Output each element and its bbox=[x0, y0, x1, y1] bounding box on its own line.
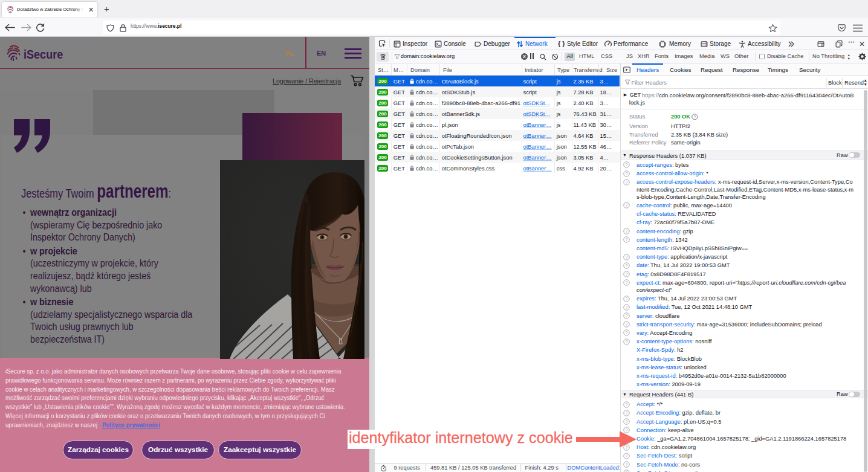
svg-text:?: ? bbox=[626, 340, 628, 344]
svg-text:?: ? bbox=[626, 203, 628, 207]
svg-text:?: ? bbox=[626, 402, 628, 407]
svg-text:?: ? bbox=[626, 263, 628, 268]
svg-text:?: ? bbox=[626, 314, 628, 318]
svg-text:?: ? bbox=[626, 419, 628, 424]
svg-text:?: ? bbox=[626, 238, 628, 242]
svg-text:?: ? bbox=[626, 322, 628, 326]
svg-text:?: ? bbox=[626, 331, 628, 335]
svg-text:?: ? bbox=[626, 229, 628, 233]
svg-text:?: ? bbox=[626, 254, 628, 259]
svg-text:?: ? bbox=[626, 171, 628, 175]
svg-text:?: ? bbox=[626, 163, 628, 167]
svg-text:?: ? bbox=[626, 280, 628, 285]
svg-text:?: ? bbox=[626, 296, 628, 300]
svg-text:?: ? bbox=[626, 411, 628, 415]
svg-text:?: ? bbox=[626, 180, 628, 184]
svg-text:?: ? bbox=[693, 114, 696, 118]
svg-text:?: ? bbox=[626, 272, 628, 276]
svg-text:?: ? bbox=[626, 462, 628, 467]
svg-text:?: ? bbox=[626, 454, 628, 458]
svg-text:?: ? bbox=[626, 305, 628, 309]
